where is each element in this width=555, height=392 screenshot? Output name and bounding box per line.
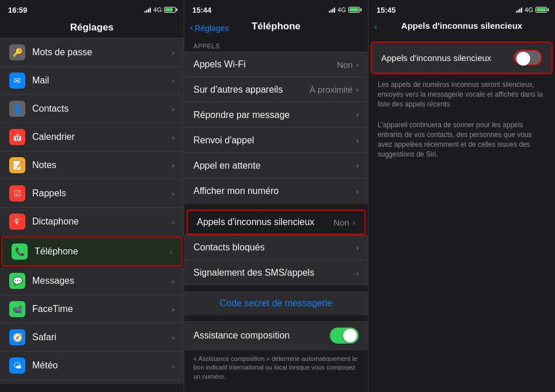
silent-calls-toggle[interactable] — [514, 50, 542, 66]
calendrier-label: Calendrier — [32, 132, 172, 142]
nav-header-p3: ‹ Appels d'inconnus silencieux — [368, 18, 555, 36]
list-item[interactable]: ✉ Mail › — [0, 67, 184, 95]
list-item[interactable]: 📹 FaceTime › — [0, 295, 184, 324]
list-item[interactable]: 👤 Contacts › — [0, 95, 184, 123]
panel3-title: Appels d'inconnus silencieux — [401, 21, 522, 31]
time-panel1: 16:59 — [8, 6, 27, 14]
notes-icon: 📝 — [9, 157, 25, 173]
contacts-icon: 👤 — [9, 101, 25, 117]
list-item[interactable]: ☑ Rappels › — [0, 180, 184, 208]
telephone-panel: 15:44 4G ‹ Réglages Téléphone APPELS App… — [184, 0, 368, 392]
battery-fill-p3 — [537, 8, 546, 12]
signal-icon-p2 — [329, 7, 335, 13]
dictaphone-label: Dictaphone — [32, 216, 172, 227]
mail-icon: ✉ — [9, 73, 25, 89]
status-bar-p3: 15:45 4G — [368, 0, 555, 18]
list-item[interactable]: 🌤 Météo › — [0, 352, 184, 380]
notes-label: Notes — [32, 160, 172, 170]
messages-label: Messages — [32, 276, 172, 286]
appels-wifi-value: Non — [337, 60, 353, 70]
status-bar-panel1: 16:59 4G — [0, 0, 184, 18]
sur-autres-item[interactable]: Sur d'autres appareils À proximité › — [184, 77, 368, 102]
signalement-item[interactable]: Signalement des SMS/appels › — [184, 260, 368, 286]
panel2-title: Téléphone — [252, 21, 301, 32]
rappels-label: Rappels — [32, 188, 172, 199]
network-label-p2: 4G — [337, 6, 346, 13]
repondre-item[interactable]: Répondre par message › — [184, 102, 368, 128]
messages-icon: 💬 — [9, 273, 25, 289]
silent-calls-panel: 15:45 4G ‹ Appels d'inconnus silencieux … — [368, 0, 555, 392]
back-label-p2: Réglages — [195, 23, 229, 32]
assistance-label: Assistance composition — [193, 330, 330, 341]
afficher-num-item[interactable]: Afficher mon numéro › — [184, 178, 368, 204]
repondre-label: Répondre par message — [193, 110, 356, 120]
facetime-label: FaceTime — [32, 304, 172, 314]
time-p3: 15:45 — [377, 6, 396, 14]
appels-inconnus-value: Non — [333, 218, 349, 227]
battery-icon-p2 — [348, 7, 360, 13]
silent-toggle-row[interactable]: Appels d'inconnus silencieux — [372, 43, 552, 73]
back-button-p3[interactable]: ‹ — [374, 22, 377, 32]
safari-label: Safari — [32, 332, 172, 342]
appels-inconnus-label: Appels d'inconnus silencieux — [197, 217, 333, 227]
appels-group2: Appels d'inconnus silencieux Non › Conta… — [184, 210, 368, 286]
assistance-note: « Assistance composition » détermine aut… — [184, 350, 368, 386]
contacts-bloques-item[interactable]: Contacts bloqués › — [184, 235, 368, 260]
telephone-list-item[interactable]: 📞 Téléphone › — [1, 237, 183, 267]
appel-attente-label: Appel en attente — [193, 161, 356, 171]
dictaphone-icon: 🎙 — [9, 214, 25, 230]
code-secret-button[interactable]: Code secret de messagerie — [184, 291, 368, 315]
back-button-p2[interactable]: ‹ Réglages — [190, 23, 229, 33]
appel-attente-item[interactable]: Appel en attente › — [184, 153, 368, 178]
signalement-label: Signalement des SMS/appels — [193, 268, 356, 278]
mail-label: Mail — [32, 75, 172, 86]
telephone-icon: 📞 — [12, 243, 28, 260]
list-item[interactable]: 🧭 Safari › — [0, 324, 184, 352]
signal-icon — [145, 7, 151, 13]
silent-description-1: Les appels de numéros inconnus seront si… — [368, 74, 555, 115]
status-bar-panel2: 15:44 4G — [184, 0, 368, 18]
contacts-bloques-label: Contacts bloqués — [193, 242, 356, 253]
status-icons-p3: 4G — [516, 6, 547, 13]
renvoi-label: Renvoi d'appel — [193, 135, 356, 146]
contacts-label: Contacts — [32, 104, 172, 114]
motsdepasse-label: Mots de passe — [32, 47, 172, 58]
settings-list[interactable]: 🔑 Mots de passe › ✉ Mail › 👤 Contacts › … — [0, 38, 184, 384]
list-item[interactable]: 💬 Messages › — [0, 267, 184, 295]
sur-autres-label: Sur d'autres appareils — [193, 85, 310, 95]
sur-autres-value: À proximité — [310, 85, 353, 94]
back-chevron-p3: ‹ — [374, 22, 377, 32]
renvoi-item[interactable]: Renvoi d'appel › — [184, 128, 368, 153]
list-item[interactable]: 🌐 Traduire › — [0, 380, 184, 384]
battery-icon-p3 — [535, 7, 547, 13]
network-label-p3: 4G — [524, 6, 533, 13]
appels-group1: Appels Wi-Fi Non › Sur d'autres appareil… — [184, 52, 368, 204]
list-item[interactable]: 📅 Calendrier › — [0, 123, 184, 151]
signal-icon-p3 — [516, 7, 522, 13]
meteo-icon: 🌤 — [9, 357, 25, 374]
appels-wifi-item[interactable]: Appels Wi-Fi Non › — [184, 52, 368, 77]
assistance-item[interactable]: Assistance composition — [184, 321, 368, 350]
assistance-toggle[interactable] — [330, 328, 359, 344]
meteo-label: Météo — [32, 360, 172, 371]
back-chevron-p2: ‹ — [190, 22, 193, 33]
section-appels-label: APPELS — [184, 37, 368, 52]
rappels-icon: ☑ — [9, 185, 25, 201]
nav-header-panel1: Réglages — [0, 18, 184, 38]
silent-toggle-label: Appels d'inconnus silencieux — [381, 53, 491, 63]
status-icons-panel1: 4G — [145, 6, 176, 13]
battery-fill-p2 — [349, 8, 359, 12]
calendrier-icon: 📅 — [9, 129, 25, 145]
afficher-num-label: Afficher mon numéro — [193, 186, 356, 196]
list-item[interactable]: 📝 Notes › — [0, 151, 184, 180]
list-item[interactable]: 🎙 Dictaphone › — [0, 208, 184, 236]
silent-description-2: L'appareil continuera de sonner pour les… — [368, 115, 555, 165]
list-item[interactable]: 🔑 Mots de passe › — [0, 38, 184, 67]
battery-fill — [165, 8, 173, 12]
appels-inconnus-item[interactable]: Appels d'inconnus silencieux Non › — [187, 210, 366, 235]
status-icons-panel2: 4G — [329, 6, 360, 13]
toggle-row-wrapper: Appels d'inconnus silencieux — [371, 41, 553, 74]
motsdepasse-icon: 🔑 — [9, 44, 25, 60]
battery-icon-panel1 — [164, 7, 176, 13]
telephone-label: Téléphone — [35, 246, 170, 257]
